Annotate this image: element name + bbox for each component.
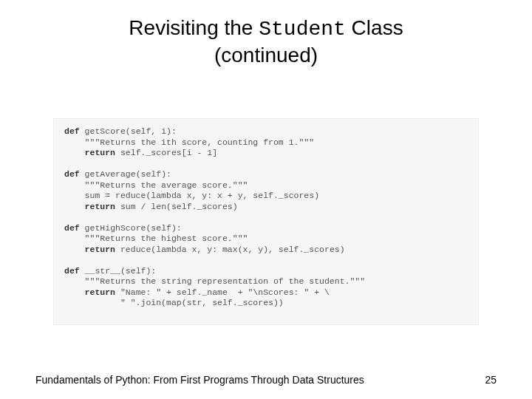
title-line2: (continued) <box>214 44 318 66</box>
footer-page-number: 25 <box>485 374 497 386</box>
slide-title: Revisiting the Student Class (continued) <box>0 15 532 68</box>
title-part1: Revisiting the <box>129 16 259 39</box>
slide: Revisiting the Student Class (continued)… <box>0 0 532 399</box>
code-pre: def getScore(self, i): """Returns the it… <box>64 126 468 309</box>
title-part2: Class <box>346 16 403 39</box>
code-block: def getScore(self, i): """Returns the it… <box>53 118 479 325</box>
title-mono: Student <box>259 18 346 41</box>
footer-book-title: Fundamentals of Python: From First Progr… <box>35 374 364 386</box>
